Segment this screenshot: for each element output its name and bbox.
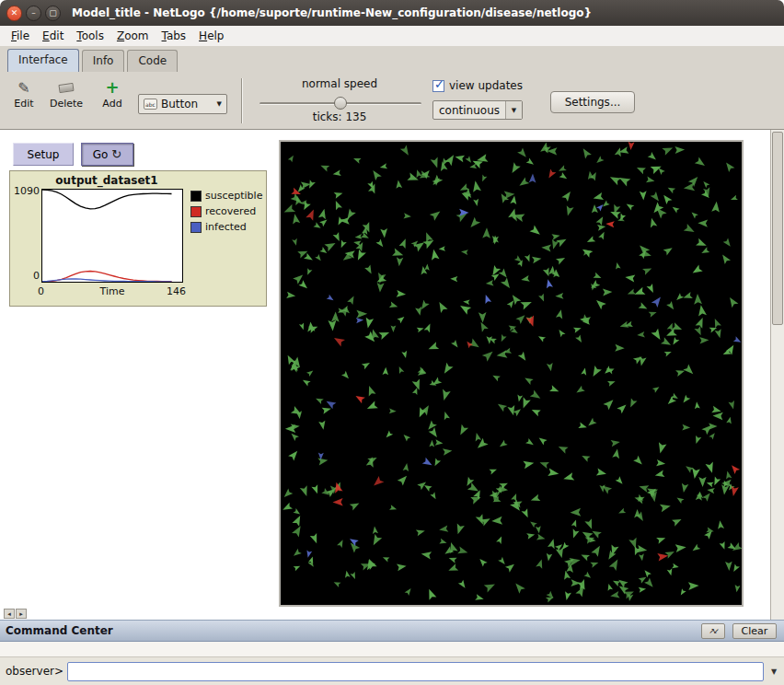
plus-icon: + (105, 80, 119, 95)
menu-zoom[interactable]: Zoom (110, 28, 156, 44)
command-center-header: Command Center ↗↙ Clear (0, 620, 784, 642)
y-axis-max-label: 1090 (12, 185, 40, 197)
legend-label: susceptible (205, 190, 262, 202)
command-center-output[interactable] (0, 642, 784, 657)
vertical-scrollbar[interactable] (770, 130, 784, 620)
edit-tool-button[interactable]: ✎ Edit (4, 79, 44, 110)
x-axis-title: Time (41, 285, 183, 297)
speed-label: normal speed (250, 77, 429, 90)
menu-file[interactable]: File (5, 28, 36, 44)
legend-swatch (190, 206, 202, 217)
speed-slider[interactable] (259, 97, 421, 110)
netlogo-window: ✕ – ▢ Model_title - NetLogo {/home/supor… (0, 0, 784, 685)
setup-button-label: Setup (28, 148, 60, 161)
menu-edit[interactable]: Edit (36, 28, 70, 44)
toolbar: ✎ Edit Delete + Add abc Button ▼ normal … (0, 72, 784, 130)
titlebar[interactable]: ✕ – ▢ Model_title - NetLogo {/home/supor… (0, 0, 784, 26)
command-prompt-row: observer> ▼ (0, 657, 784, 685)
tabbar: Interface Info Code (0, 46, 784, 72)
pencil-icon: ✎ (17, 79, 29, 97)
minimize-button[interactable]: – (26, 6, 41, 21)
go-button[interactable]: Go ↻ (81, 143, 133, 166)
chevron-down-icon: ▼ (505, 101, 522, 119)
diagonal-arrows-icon: ↗↙ (709, 627, 717, 635)
setup-button[interactable]: Setup (13, 143, 74, 166)
chevron-down-icon: ▼ (217, 100, 222, 108)
legend-swatch (190, 222, 202, 233)
view-updates-control: ✓ view updates (432, 79, 523, 92)
edit-tool-label: Edit (4, 98, 44, 110)
window-title: Model_title - NetLogo {/home/suporte/run… (72, 6, 592, 19)
x-axis-max-label: 146 (167, 285, 186, 297)
go-button-label: Go (93, 148, 109, 161)
update-mode-value: continuous (433, 104, 500, 117)
legend-item-susceptible: susceptible (190, 190, 262, 202)
slider-thumb[interactable] (334, 97, 347, 110)
plot-legend: susceptible recovered infected (190, 190, 262, 237)
window-controls: ✕ – ▢ (6, 6, 61, 21)
scroll-left-icon[interactable]: ◂ (4, 609, 15, 619)
horizontal-scroll-arrows: ◂ ▸ (4, 609, 27, 619)
legend-item-infected: infected (190, 221, 262, 233)
close-button[interactable]: ✕ (6, 6, 22, 21)
eraser-icon (58, 82, 74, 92)
legend-label: recovered (205, 205, 256, 217)
legend-swatch (190, 191, 202, 202)
abc-button-icon: abc (144, 99, 157, 110)
maximize-button[interactable]: ▢ (45, 6, 61, 21)
history-dropdown-icon[interactable]: ▼ (764, 662, 784, 681)
plot-widget[interactable]: output_dataset1 1090 0 0 Time 146 suscep… (9, 170, 267, 307)
forever-icon: ↻ (111, 147, 121, 161)
view-updates-check-icon: ✓ (434, 77, 444, 91)
menu-tabs[interactable]: Tabs (156, 28, 193, 44)
view-updates-label: view updates (449, 79, 523, 92)
delete-tool-button[interactable]: Delete (46, 79, 86, 110)
toolbar-separator (241, 78, 243, 123)
ticks-counter: ticks: 135 (250, 110, 429, 123)
menu-help[interactable]: Help (192, 28, 230, 44)
interface-canvas: Setup Go ↻ output_dataset1 1090 0 0 Time… (0, 130, 784, 620)
legend-item-recovered: recovered (190, 205, 262, 217)
tab-code[interactable]: Code (127, 50, 178, 72)
legend-label: infected (205, 221, 247, 233)
view-updates-checkbox[interactable]: ✓ (432, 80, 444, 92)
command-input[interactable] (67, 662, 764, 681)
widget-type-dropdown[interactable]: abc Button ▼ (138, 94, 227, 114)
settings-button[interactable]: Settings... (550, 91, 635, 113)
y-axis-min-label: 0 (12, 270, 40, 282)
scrollbar-thumb[interactable] (772, 132, 783, 325)
scroll-right-icon[interactable]: ▸ (16, 609, 27, 619)
clear-button[interactable]: Clear (732, 623, 777, 639)
menu-tools[interactable]: Tools (70, 28, 110, 44)
world-canvas (281, 142, 742, 605)
plot-canvas (42, 190, 182, 282)
add-tool-button[interactable]: + Add (92, 79, 133, 110)
observer-prompt-label: observer> (6, 665, 63, 678)
delete-tool-label: Delete (46, 98, 86, 110)
widget-type-value: Button (161, 98, 213, 110)
tab-info[interactable]: Info (82, 50, 125, 72)
add-tool-label: Add (92, 98, 133, 110)
command-center-title: Command Center (6, 624, 701, 637)
tab-interface[interactable]: Interface (7, 49, 79, 72)
menubar: File Edit Tools Zoom Tabs Help (0, 26, 784, 46)
detach-button[interactable]: ↗↙ (701, 623, 725, 639)
plot-area (41, 189, 183, 283)
update-mode-dropdown[interactable]: continuous ▼ (432, 100, 523, 120)
world-view[interactable] (279, 140, 744, 607)
